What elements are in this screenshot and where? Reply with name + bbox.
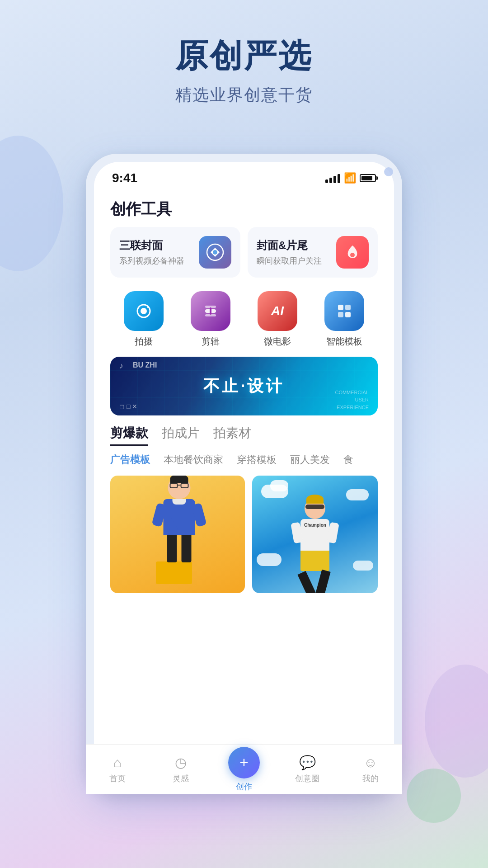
- signal-icon: [325, 173, 340, 183]
- icon-item-smart-template[interactable]: 智能模板: [324, 291, 364, 348]
- status-icons: 📶: [325, 172, 376, 184]
- image-card-yellow[interactable]: [110, 476, 245, 593]
- tab-shoot[interactable]: 拍成片: [162, 425, 200, 446]
- create-button[interactable]: +: [228, 747, 260, 778]
- svg-rect-12: [345, 305, 351, 310]
- banner-tiktok-logo: ♪: [119, 361, 123, 371]
- circle-icon: 💬: [299, 755, 316, 770]
- svg-point-2: [213, 250, 217, 255]
- tool-card-title-2: 封面&片尾: [257, 238, 322, 253]
- nav-item-create[interactable]: + 创作: [212, 747, 276, 783]
- tools-cards: 三联封面 系列视频必备神器 封面&: [94, 227, 394, 287]
- banner-main-text: 不止·设计: [203, 375, 284, 397]
- banner-sub-left: ◻ □ ✕: [119, 403, 137, 410]
- bg-decoration-right: [425, 665, 488, 778]
- tool-card-title-1: 三联封面: [119, 238, 184, 253]
- wifi-icon: 📶: [344, 172, 356, 184]
- sub-tab-food[interactable]: 本地餐饮商家: [164, 453, 223, 468]
- deco-dot: [384, 167, 393, 176]
- smart-template-icon: [324, 291, 364, 331]
- page-title: 创作工具: [94, 190, 394, 227]
- bg-decoration-br: [407, 769, 461, 823]
- tool-card-desc-2: 瞬间获取用户关注: [257, 255, 322, 266]
- svg-rect-11: [338, 305, 343, 310]
- sub-tab-ad[interactable]: 广告模板: [110, 453, 150, 468]
- micro-film-icon: AI: [258, 291, 297, 331]
- nav-item-mine[interactable]: ☺ 我的: [339, 755, 394, 783]
- image-card-blue[interactable]: Champion: [252, 476, 378, 593]
- main-tabs: 剪爆款 拍成片 拍素材: [94, 425, 394, 453]
- tool-card-triple-cover[interactable]: 三联封面 系列视频必备神器: [110, 227, 240, 278]
- tool-card-icon-cover: [336, 236, 369, 269]
- nav-label-mine: 我的: [362, 773, 379, 783]
- nav-item-home[interactable]: ⌂ 首页: [94, 755, 149, 783]
- svg-rect-14: [345, 312, 351, 317]
- edit-label: 剪辑: [202, 335, 220, 348]
- mine-icon: ☺: [364, 755, 378, 770]
- phone-frame: 9:41 📶 创作工具: [86, 154, 402, 794]
- hero-section: 原创严选 精选业界创意干货: [0, 0, 488, 120]
- nav-label-home: 首页: [109, 773, 126, 783]
- nav-item-inspire[interactable]: ◷ 灵感: [149, 755, 212, 782]
- sub-tabs: 广告模板 本地餐饮商家 穿搭模板 丽人美发 食: [94, 453, 394, 476]
- sub-tab-fashion[interactable]: 穿搭模板: [237, 453, 277, 468]
- svg-point-3: [350, 253, 355, 257]
- inspire-icon: ◷: [175, 755, 187, 770]
- icon-item-shoot[interactable]: 拍摄: [124, 291, 164, 348]
- sub-tab-more[interactable]: 食: [343, 453, 353, 468]
- bg-decoration-left: [0, 136, 63, 271]
- bottom-nav: ⌂ 首页 ◷ 灵感 + 创作 💬 创意圈: [94, 744, 394, 782]
- tab-material[interactable]: 拍素材: [213, 425, 251, 446]
- smart-template-label: 智能模板: [326, 335, 362, 348]
- svg-rect-6: [147, 307, 149, 308]
- tab-cut[interactable]: 剪爆款: [110, 425, 148, 446]
- sub-tab-beauty[interactable]: 丽人美发: [290, 453, 330, 468]
- nav-label-create: 创作: [236, 781, 252, 783]
- home-icon: ⌂: [113, 755, 122, 770]
- hero-subtitle: 精选业界创意干货: [0, 84, 488, 106]
- svg-rect-10: [210, 307, 211, 315]
- image-grid: Champion: [94, 476, 394, 593]
- icon-item-edit[interactable]: 剪辑: [191, 291, 230, 348]
- shoot-icon: [124, 291, 164, 331]
- tool-card-icon-triple: [199, 236, 231, 269]
- phone-screen: 9:41 📶 创作工具: [94, 162, 394, 786]
- hero-title: 原创严选: [0, 36, 488, 75]
- edit-icon: [191, 291, 230, 331]
- micro-film-label: 微电影: [264, 335, 291, 348]
- banner-sub-right: COMMERCIALUSEREXPERIENCE: [335, 389, 369, 411]
- shoot-label: 拍摄: [135, 335, 153, 348]
- nav-item-circle[interactable]: 💬 创意圈: [276, 755, 339, 782]
- icon-grid: 拍摄 剪辑: [94, 287, 394, 357]
- tool-card-desc-1: 系列视频必备神器: [119, 255, 184, 266]
- icon-item-micro-film[interactable]: AI 微电影: [258, 291, 297, 348]
- nav-label-circle: 创意圈: [295, 773, 319, 782]
- promo-banner[interactable]: ♪ BU ZHI 不止·设计 ◻ □ ✕ COMMERCIALUSEREXPER…: [110, 357, 378, 415]
- svg-point-5: [141, 308, 147, 314]
- status-time: 9:41: [112, 171, 137, 185]
- status-bar: 9:41 📶: [94, 162, 394, 190]
- battery-icon: [360, 174, 376, 182]
- nav-label-inspire: 灵感: [173, 773, 189, 782]
- screen-content: 创作工具 三联封面 系列视频必备神器: [94, 190, 394, 782]
- svg-rect-13: [338, 312, 343, 317]
- phone-mockup: 9:41 📶 创作工具: [86, 154, 402, 794]
- tool-card-cover-tail[interactable]: 封面&片尾 瞬间获取用户关注: [248, 227, 378, 278]
